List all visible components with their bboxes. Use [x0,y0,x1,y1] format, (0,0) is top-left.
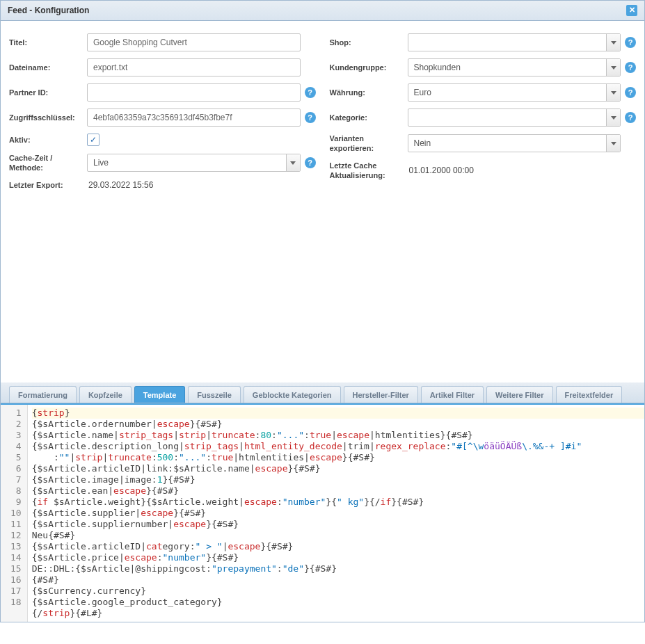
chevron-down-icon[interactable] [286,154,300,171]
export-label: Letzter Export: [9,180,81,190]
chevron-down-icon[interactable] [606,84,620,101]
kunden-label: Kundengruppe: [330,63,402,72]
export-value: 29.03.2022 15:56 [87,180,153,190]
varianten-select[interactable]: Nein [408,134,621,152]
editor-gutter: 123456789101112131415161718 [1,405,28,622]
chevron-down-icon[interactable] [606,59,620,76]
tab-kopfzeile[interactable]: Kopfzeile [79,386,132,403]
kategorie-select[interactable] [408,108,621,127]
right-column: Shop: ? Kundengruppe: Shopkunden ? [330,33,637,380]
chevron-down-icon[interactable] [606,109,620,126]
waehrung-label: Währung: [330,88,402,97]
shop-select[interactable] [408,33,621,51]
titel-label: Titel: [9,38,81,47]
tab-geblockte[interactable]: Geblockte Kategorien [244,386,341,403]
aktiv-checkbox[interactable]: ✓ [87,134,99,146]
cache-value: Live [88,158,286,168]
tab-fusszeile[interactable]: Fusszeile [188,386,241,403]
help-icon[interactable]: ? [305,112,316,123]
aktiv-label: Aktiv: [9,135,81,145]
tab-freitext[interactable]: Freitextfelder [556,386,623,403]
varianten-value: Nein [408,138,607,148]
form-body: Titel: Dateiname: Partner ID: ? [1,21,644,383]
partner-label: Partner ID: [9,88,81,97]
kategorie-label: Kategorie: [330,113,402,122]
dateiname-input[interactable] [87,58,301,77]
partner-input[interactable] [87,83,301,102]
tab-weitere[interactable]: Weitere Filter [486,386,553,403]
tab-formatierung[interactable]: Formatierung [9,386,77,403]
feed-config-window: Feed - Konfiguration ✕ Titel: Dateiname: [0,0,645,622]
cache-select[interactable]: Live [87,154,301,172]
close-icon[interactable]: ✕ [626,5,637,16]
editor-code[interactable]: {strip}{$sArticle.ordernumber|escape}{#S… [28,405,644,622]
kunden-value: Shopkunden [408,63,607,72]
zugriff-input[interactable] [87,108,301,127]
tabbar: Formatierung Kopfzeile Template Fusszeil… [1,383,644,403]
tab-hersteller[interactable]: Hersteller-Filter [344,386,418,403]
zugriff-label: Zugriffsschlüssel: [9,113,81,122]
chevron-down-icon[interactable] [606,135,620,152]
titlebar: Feed - Konfiguration ✕ [1,1,644,21]
kunden-select[interactable]: Shopkunden [408,58,621,77]
help-icon[interactable]: ? [625,62,636,73]
shop-label: Shop: [330,38,402,47]
dateiname-label: Dateiname: [9,63,81,72]
help-icon[interactable]: ? [305,157,316,168]
help-icon[interactable]: ? [625,37,636,48]
titel-input[interactable] [87,33,301,51]
waehrung-value: Euro [408,88,607,97]
window-title: Feed - Konfiguration [8,6,89,15]
help-icon[interactable]: ? [305,87,316,98]
left-column: Titel: Dateiname: Partner ID: ? [9,33,316,380]
cache-label: Cache-Zeit / Methode: [9,153,81,173]
tab-artikel[interactable]: Artikel Filter [421,386,484,403]
waehrung-select[interactable]: Euro [408,83,621,102]
help-icon[interactable]: ? [625,112,636,123]
varianten-label: Varianten exportieren: [330,134,402,154]
tab-template[interactable]: Template [134,386,185,403]
letzte-cache-value: 01.01.2000 00:00 [408,166,474,175]
letzte-cache-label: Letzte Cache Aktualisierung: [330,161,402,181]
chevron-down-icon[interactable] [606,34,620,51]
template-editor[interactable]: 123456789101112131415161718 {strip}{$sAr… [1,403,644,622]
help-icon[interactable]: ? [625,87,636,98]
